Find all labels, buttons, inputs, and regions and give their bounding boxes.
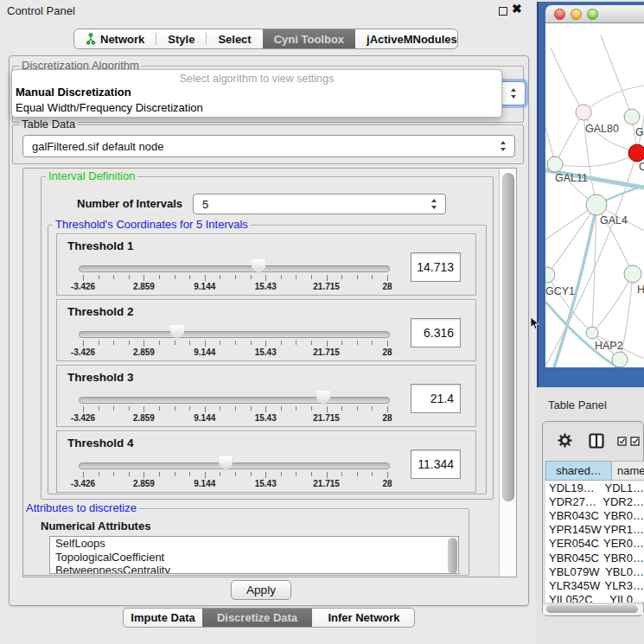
- slider-tick: [83, 341, 84, 347]
- slider-tick-label: -3.426: [57, 348, 109, 357]
- numerical-attributes-list[interactable]: SelfLoopsTopologicalCoefficientBetweenne…: [49, 536, 459, 574]
- network-node[interactable]: [612, 352, 628, 367]
- network-edge[interactable]: [551, 48, 583, 112]
- network-node-h[interactable]: [624, 265, 641, 283]
- network-edge[interactable]: [547, 275, 592, 333]
- network-node-hap2[interactable]: [586, 327, 598, 339]
- checkbox-pair-icon[interactable]: [617, 437, 641, 446]
- slider-track[interactable]: [79, 331, 390, 338]
- table-row[interactable]: YBL079WYBL0…: [545, 564, 644, 578]
- table-panel-rows[interactable]: YDL19…YDL1…YDR27…YDR2…YBR043CYBR0…YPR145…: [545, 481, 644, 603]
- network-node-label: C: [639, 161, 644, 173]
- apply-button[interactable]: Apply: [231, 580, 291, 600]
- threshold-value-field[interactable]: [411, 318, 461, 348]
- tab-discretize-data[interactable]: Discretize Data: [202, 609, 312, 627]
- threshold-label: Threshold 3: [67, 371, 134, 384]
- table-row[interactable]: YIL052CYIL0…: [545, 593, 644, 603]
- slider-track[interactable]: [79, 265, 390, 272]
- split-columns-icon[interactable]: [589, 433, 604, 449]
- slider-tick: [296, 472, 296, 476]
- network-edge[interactable]: [555, 112, 583, 164]
- network-node-ga[interactable]: [624, 109, 640, 124]
- table-row[interactable]: YBR045CYBR0…: [545, 551, 644, 564]
- attribute-list-item[interactable]: TopologicalCoefficient: [50, 551, 458, 564]
- tab-label: Style: [168, 33, 194, 46]
- slider-track[interactable]: [79, 462, 390, 469]
- dropdown-item-manual-discretization[interactable]: Manual Discretization: [12, 85, 501, 100]
- table-row[interactable]: YDL19…YDL1…: [545, 481, 644, 494]
- slider-tick: [83, 275, 84, 281]
- slider-tick: [372, 406, 373, 411]
- screenshot-root: Control Panel ✖ NetworkStyleSelectCyni T…: [0, 0, 644, 644]
- table-cell-shared-name: YBR043C: [545, 509, 603, 522]
- horizontal-scrollbar-thumb[interactable]: [546, 605, 638, 613]
- slider-tick: [189, 406, 190, 411]
- attributes-to-discretize-label: Attributes to discretize: [23, 502, 139, 513]
- table-data-combobox[interactable]: galFiltered.sif default node: [22, 135, 515, 157]
- table-row[interactable]: YPR145WYPR1…: [545, 523, 644, 537]
- slider-tick: [387, 406, 388, 412]
- table-cell-name: YDR2…: [603, 495, 644, 508]
- slider-tick: [341, 406, 342, 411]
- number-of-intervals-combobox[interactable]: 5: [193, 194, 446, 214]
- table-cell-shared-name: YPR145W: [545, 523, 603, 536]
- attribute-list-item[interactable]: BetweennessCentrality: [50, 564, 458, 574]
- network-node-gal80[interactable]: [576, 105, 591, 120]
- network-node-gal4[interactable]: [586, 194, 607, 215]
- tab-infer-network[interactable]: Infer Network: [312, 609, 415, 627]
- network-node-gcy1[interactable]: [545, 267, 555, 283]
- traffic-light-zoom-icon[interactable]: [587, 9, 598, 20]
- table-cell-shared-name: YDL19…: [545, 481, 604, 494]
- tab-label: Select: [218, 33, 251, 46]
- slider-tick: [341, 275, 342, 279]
- slider-tick: [189, 275, 190, 279]
- table-row[interactable]: YLR345WYLR3…: [545, 578, 644, 592]
- network-edge[interactable]: [601, 35, 632, 117]
- threshold-row-1: Threshold 1-3.4262.8599.14415.4321.71528: [56, 233, 476, 296]
- gear-icon[interactable]: [558, 433, 572, 448]
- attributes-list-scrollbar[interactable]: [448, 538, 457, 574]
- tab-impute-data[interactable]: Impute Data: [124, 609, 202, 627]
- slider-tick: [357, 472, 358, 476]
- close-window-icon[interactable]: ✖: [512, 2, 522, 16]
- table-row[interactable]: YDR27…YDR2…: [545, 494, 644, 508]
- slider-tick-label: 21.715: [301, 413, 353, 423]
- slider-tick: [281, 275, 282, 279]
- tab-network[interactable]: Network: [74, 29, 156, 48]
- number-of-intervals-label: Number of Intervals: [77, 197, 182, 210]
- network-node-gal11[interactable]: [547, 156, 563, 172]
- slider-tick: [205, 406, 206, 412]
- vertical-scrollbar-thumb[interactable]: [502, 173, 514, 501]
- slider-tick: [189, 472, 190, 476]
- network-edge[interactable]: [583, 86, 644, 112]
- threshold-value-field[interactable]: [411, 252, 461, 282]
- traffic-light-minimize-icon[interactable]: [571, 9, 582, 20]
- slider-tick-label: 21.715: [301, 348, 353, 357]
- tab-select[interactable]: Select: [207, 29, 262, 48]
- slider-tick: [235, 406, 236, 411]
- table-row[interactable]: YER054CYER0…: [545, 537, 644, 551]
- table-cell-name: YBR0…: [603, 552, 644, 564]
- vertical-scrollbar[interactable]: [499, 169, 516, 577]
- slider-tick: [159, 275, 160, 279]
- traffic-light-close-icon[interactable]: [554, 9, 565, 20]
- table-row[interactable]: YBR043CYBR0…: [545, 508, 644, 522]
- tab-style[interactable]: Style: [156, 29, 206, 48]
- slider-track[interactable]: [79, 397, 390, 404]
- float-window-icon[interactable]: [499, 7, 507, 16]
- slider-tick: [251, 341, 252, 345]
- tab-cyni-toolbox[interactable]: Cyni Toolbox: [263, 29, 355, 48]
- slider-tick: [159, 472, 160, 476]
- network-canvas[interactable]: GAL80GACGAL11GAL4GCY1HHAP2: [545, 23, 644, 367]
- threshold-value-field[interactable]: [411, 450, 461, 479]
- attribute-list-item[interactable]: SelfLoops: [50, 537, 458, 551]
- slider-tick: [129, 472, 130, 476]
- table-cell-shared-name: YLR345W: [545, 579, 604, 592]
- network-edge[interactable]: [555, 153, 637, 167]
- table-column-header-shared[interactable]: shared…: [545, 461, 612, 481]
- dropdown-item-equal-width-frequency[interactable]: Equal Width/Frequency Discretization: [12, 100, 501, 116]
- network-node-c[interactable]: [628, 144, 644, 162]
- threshold-value-field[interactable]: [411, 384, 461, 413]
- table-column-header-name[interactable]: name: [612, 461, 644, 481]
- tab-jactivemnodules[interactable]: jActiveMNodules: [355, 29, 458, 48]
